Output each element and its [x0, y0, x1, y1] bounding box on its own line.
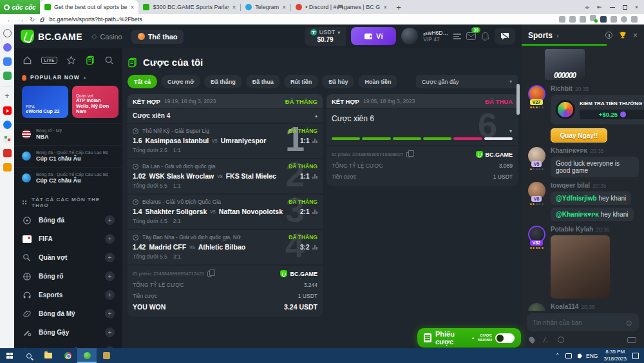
reload-icon[interactable]: ↻ [30, 16, 35, 23]
chat-toggle-button[interactable] [495, 28, 515, 44]
sort-dropdown[interactable]: Cược gần đây ▾ [416, 75, 518, 88]
share-icon[interactable] [559, 16, 565, 23]
my-bets-icon[interactable] [86, 55, 95, 65]
keyboard-icon[interactable] [627, 337, 636, 343]
stats-icon[interactable] [312, 174, 317, 179]
copy-icon[interactable] [406, 152, 411, 157]
league-item-nba[interactable]: Bóng rổ · Mỹ NBA [14, 123, 122, 145]
filter-lost[interactable]: Đã thua [246, 75, 280, 88]
filter-cashout[interactable]: Rút tiền [284, 75, 319, 88]
coccoc-browser-logo[interactable]: cốc cốc [0, 0, 40, 14]
chat-username[interactable]: towqeer bilal [551, 182, 590, 189]
expand-plus-icon[interactable]: + [105, 234, 115, 244]
new-tab-button[interactable]: + [392, 0, 406, 14]
add-shortcut-icon[interactable]: + [3, 92, 12, 101]
lock-icon[interactable] [40, 19, 44, 22]
extensions-icon[interactable] [611, 16, 617, 23]
mention[interactable]: @Ydfnisrjiwb [556, 195, 597, 202]
downloads-icon[interactable] [631, 16, 638, 23]
emoji-icon[interactable]: ☺ [625, 318, 633, 328]
action-center-icon[interactable] [632, 353, 639, 359]
sidebar-item-cricket[interactable]: Bóng Gậy + [14, 323, 122, 342]
chevron-right-icon[interactable]: › [556, 32, 559, 39]
chat-username[interactable]: Richbit [551, 85, 573, 92]
tab-discord[interactable]: • Discord | #🎮games | BC G × [291, 0, 392, 14]
back-icon[interactable]: ← [6, 16, 13, 23]
mail-icon[interactable]: 39 [466, 32, 476, 40]
chat-tab-sports[interactable]: Sports [528, 31, 553, 40]
stats-icon[interactable] [312, 139, 317, 143]
popular-now-header[interactable]: POPULAR NOW ▴ [14, 70, 122, 82]
download-manager-icon[interactable] [600, 16, 607, 23]
chat-username[interactable]: Khaniᴘᴋ♥ᴘᴋ [551, 147, 587, 154]
stats-icon[interactable] [312, 210, 317, 214]
close-window-icon[interactable]: × [635, 4, 638, 10]
mention[interactable]: @Khaniᴘᴋ♥ᴘᴋ [556, 211, 599, 218]
leaderboard-icon[interactable] [453, 34, 461, 39]
adblock-icon[interactable] [590, 15, 596, 21]
tab-close-icon[interactable]: × [232, 4, 236, 11]
sidebar-item-basketball[interactable]: Bóng rổ + [14, 267, 122, 286]
currency-selector[interactable]: USDT ▾ $0.79 [305, 27, 346, 46]
chat-message-input[interactable] [533, 319, 621, 326]
wallet-button[interactable]: Ví [351, 27, 396, 45]
chrome-button[interactable] [58, 348, 77, 363]
chat-app-icon[interactable] [3, 57, 12, 66]
avatar[interactable] [401, 28, 418, 44]
user-info[interactable]: ₐₗₜwH6D… VIP 47 [423, 30, 448, 43]
betslip-button[interactable]: Phiếu cược ▴ CƯỢC NHANH [417, 328, 521, 348]
minimize-icon[interactable] [610, 7, 615, 8]
tab-close-icon[interactable]: × [131, 4, 135, 11]
tray-expand-icon[interactable]: ⌃ [555, 353, 560, 358]
tab-bcgame-parlay[interactable]: $300 BC.GAME Sports Parlay × [138, 0, 240, 14]
chat-image[interactable] [551, 235, 610, 299]
sidebar-item-esports[interactable]: Esports + [14, 286, 122, 304]
volume-icon[interactable] [578, 354, 580, 358]
coccoc-button[interactable] [77, 348, 97, 363]
maximize-icon[interactable] [623, 5, 627, 10]
expand-plus-icon[interactable]: + [105, 328, 115, 337]
profile-icon[interactable] [621, 16, 627, 23]
start-button[interactable] [0, 348, 19, 363]
sidebar-item-ice-hockey[interactable]: Khúc Côn Cầu Trên Băng + [14, 342, 122, 348]
filter-cancelled[interactable]: Đã hủy [322, 75, 354, 88]
bet-card-title-row[interactable]: Cược xiên 4 ▴ [128, 109, 323, 123]
translate-icon[interactable] [569, 16, 576, 23]
filter-all[interactable]: Tất cả [128, 75, 157, 88]
spin-promo-card[interactable]: KIẾM TRA TIỀN THƯỞNG VÒNG QU +$0.25 [551, 95, 644, 124]
games-icon[interactable] [3, 72, 12, 80]
language-indicator[interactable]: ENG [586, 353, 598, 359]
file-explorer-button[interactable] [39, 348, 58, 363]
expand-plus-icon[interactable]: + [105, 253, 115, 262]
restore-down-icon[interactable]: ⇤ [597, 4, 602, 10]
copy-icon[interactable] [207, 271, 212, 277]
sidebar-item-american-football[interactable]: Bóng đá Mỹ + [14, 304, 122, 323]
filter-open[interactable]: Cược mở [161, 75, 200, 88]
expand-plus-icon[interactable]: + [105, 271, 115, 281]
bet-card-body[interactable]: 6 Cược xiên 6 ▾ [327, 109, 518, 145]
home-icon[interactable] [23, 55, 32, 65]
bookmark-star-icon[interactable] [580, 16, 586, 23]
search-icon[interactable] [104, 55, 114, 65]
sidebar-item-tennis[interactable]: Quần vợt + [14, 248, 122, 267]
stats-icon[interactable] [312, 245, 317, 250]
close-chat-icon[interactable]: × [633, 31, 638, 40]
nav-sports[interactable]: Thể thao [131, 30, 184, 44]
chat-username[interactable]: Potable Kylah [551, 226, 593, 233]
bcgame-logo[interactable]: BC.GAME [21, 30, 82, 43]
rain-icon[interactable] [528, 336, 536, 344]
league-item-c1[interactable]: Bóng đá · Quốc Tế Cấp Câu Lạc Bộ Cúp C1 … [14, 145, 122, 167]
promo-card-atp[interactable]: Quần vợt ATP Indian Wells, Mỹ Đơn Nam [72, 86, 118, 118]
live-icon[interactable]: LIVE [41, 57, 57, 64]
tab-close-icon[interactable]: × [282, 4, 286, 11]
checklist-icon[interactable] [3, 149, 12, 157]
bell-icon[interactable] [481, 32, 489, 41]
info-icon[interactable] [605, 32, 612, 39]
filter-refunded[interactable]: Hoàn tiền [358, 75, 397, 88]
nav-casino[interactable]: ◇ Casino [91, 32, 122, 41]
taskbar-search-button[interactable] [19, 348, 39, 363]
network-icon[interactable] [565, 353, 572, 358]
taskbar-clock[interactable]: 8:35 PM 3/18/2023 [603, 349, 627, 362]
sidebar-item-fifa[interactable]: FIFA + [14, 230, 122, 248]
sidebar-item-football[interactable]: Bóng đá + [14, 211, 122, 230]
